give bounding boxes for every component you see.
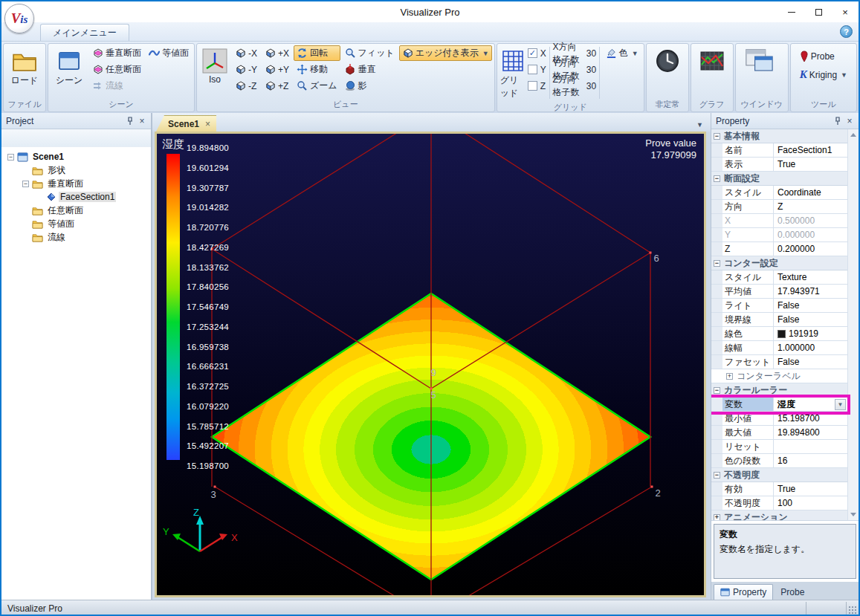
tab-main-menu[interactable]: メインメニュー bbox=[40, 24, 129, 41]
chevron-down-icon[interactable]: ▼ bbox=[696, 121, 703, 129]
close-icon[interactable]: × bbox=[205, 119, 210, 129]
view-pos-z-button[interactable]: +Z bbox=[262, 78, 292, 94]
chevron-down-icon[interactable]: ▼ bbox=[835, 399, 846, 410]
shadow-button[interactable]: 影 bbox=[342, 78, 398, 94]
grid-z-count-field[interactable]: 30 bbox=[586, 81, 596, 91]
arbitrary-section-button[interactable]: 任意断面 bbox=[89, 62, 144, 77]
close-button[interactable]: × bbox=[832, 1, 859, 22]
chevron-down-icon[interactable]: ▼ bbox=[482, 50, 489, 57]
tree-item-Scene1[interactable]: −Scene1 bbox=[1, 150, 151, 163]
property-value[interactable]: 16 bbox=[774, 454, 847, 467]
fit-button[interactable]: フィット bbox=[342, 45, 398, 61]
property-value[interactable]: 15.198700 bbox=[774, 412, 847, 425]
property-category[interactable]: −断面設定 bbox=[711, 172, 847, 186]
close-icon[interactable]: × bbox=[844, 115, 856, 127]
view-pos-y-button[interactable]: +Y bbox=[262, 62, 292, 77]
view-pos-x-button[interactable]: +X bbox=[262, 45, 292, 61]
property-value[interactable]: 0.500000 bbox=[774, 214, 847, 227]
tree-item-垂直断面[interactable]: −垂直断面 bbox=[1, 177, 151, 190]
tree-expander[interactable]: − bbox=[22, 181, 29, 187]
grid-x-count-field[interactable]: 30 bbox=[586, 48, 596, 59]
grid-z-checkbox[interactable] bbox=[528, 81, 537, 91]
property-value[interactable]: 100 bbox=[774, 496, 847, 510]
property-value[interactable]: 湿度▼ bbox=[774, 398, 847, 411]
property-category[interactable]: −カラールーラー bbox=[711, 383, 847, 398]
vertical-view-button[interactable]: 垂直 bbox=[342, 62, 398, 77]
vertical-section-button[interactable]: 垂直断面 bbox=[89, 45, 144, 61]
iso-view-button[interactable]: Iso bbox=[199, 45, 230, 85]
load-button[interactable]: ロード bbox=[6, 45, 43, 88]
property-value[interactable]: True bbox=[774, 482, 847, 496]
pin-icon[interactable] bbox=[124, 115, 136, 127]
category-expander[interactable]: − bbox=[714, 133, 720, 140]
pin-icon[interactable] bbox=[832, 115, 844, 127]
window-layout-button[interactable] bbox=[738, 45, 786, 75]
property-subcategory[interactable]: +コンターラベル bbox=[711, 369, 847, 383]
property-value[interactable]: False bbox=[774, 355, 847, 369]
graph-button[interactable] bbox=[694, 45, 731, 75]
grid-color-button[interactable]: 色 ▼ bbox=[603, 45, 641, 61]
transient-button[interactable] bbox=[649, 45, 686, 75]
maximize-button[interactable] bbox=[805, 1, 832, 22]
property-value[interactable]: Z bbox=[774, 200, 847, 213]
tab-probe[interactable]: Probe bbox=[775, 584, 810, 600]
tab-property[interactable]: Property bbox=[714, 584, 773, 600]
edged-display-button[interactable]: エッジ付き表示 ▼ bbox=[399, 45, 492, 61]
property-value[interactable]: 1.000000 bbox=[774, 341, 847, 354]
property-value[interactable]: 191919 bbox=[774, 327, 847, 340]
scroll-down-button[interactable] bbox=[848, 509, 859, 520]
kriging-button[interactable]: K Kriging ▼ bbox=[797, 67, 850, 82]
isosurface-button[interactable]: 等値面 bbox=[146, 45, 192, 61]
property-value[interactable]: False bbox=[774, 313, 847, 326]
zoom-button[interactable]: ズーム bbox=[294, 78, 340, 94]
app-logo[interactable]: Vis bbox=[4, 4, 34, 33]
property-value[interactable]: 17.943971 bbox=[774, 285, 847, 298]
property-value[interactable]: True bbox=[774, 158, 847, 171]
property-scrollbar[interactable] bbox=[847, 129, 859, 520]
property-value[interactable]: 0.000000 bbox=[774, 228, 847, 241]
property-value[interactable]: 0.200000 bbox=[774, 242, 847, 256]
grid-x-checkbox[interactable]: ✓ bbox=[528, 48, 537, 58]
property-category[interactable]: −不透明度 bbox=[711, 468, 847, 482]
view-neg-x-button[interactable]: -X bbox=[232, 45, 260, 61]
rotate-button[interactable]: 回転 bbox=[294, 45, 340, 61]
category-expander[interactable]: + bbox=[714, 514, 720, 521]
property-value[interactable] bbox=[774, 440, 847, 453]
close-icon[interactable]: × bbox=[136, 115, 148, 127]
category-expander[interactable]: − bbox=[714, 472, 720, 479]
3d-scene[interactable]: 6 2 3 9 5 Z Y bbox=[157, 134, 705, 597]
tree-item-流線[interactable]: 流線 bbox=[1, 230, 151, 244]
tree-item-FaceSection1[interactable]: FaceSection1 bbox=[1, 190, 151, 204]
category-expander[interactable]: − bbox=[714, 260, 720, 267]
view-neg-z-button[interactable]: -Z bbox=[232, 78, 260, 94]
scroll-up-button[interactable] bbox=[848, 129, 859, 140]
grid-button[interactable]: グリッド bbox=[499, 45, 526, 100]
grid-y-checkbox[interactable] bbox=[528, 65, 537, 74]
grid-y-count-field[interactable]: 30 bbox=[586, 65, 596, 75]
tree-expander[interactable]: − bbox=[7, 154, 14, 161]
category-expander[interactable]: − bbox=[714, 175, 720, 182]
help-icon[interactable]: ? bbox=[840, 25, 853, 38]
property-value[interactable]: False bbox=[774, 299, 847, 312]
streamline-button[interactable]: 流線 bbox=[89, 78, 144, 94]
minimize-button[interactable] bbox=[778, 1, 805, 22]
probe-button[interactable]: Probe bbox=[797, 48, 838, 64]
3d-viewport[interactable]: 湿度 Prove value 17.979099 19.89480019.601… bbox=[155, 132, 706, 597]
property-category[interactable]: −基本情報 bbox=[711, 129, 847, 143]
property-category[interactable]: +アニメーション bbox=[711, 510, 847, 521]
chevron-down-icon[interactable]: ▼ bbox=[841, 71, 847, 79]
property-value[interactable]: Coordinate bbox=[774, 186, 847, 199]
property-value[interactable]: Texture bbox=[774, 270, 847, 284]
tab-scene1[interactable]: Scene1 × bbox=[156, 115, 216, 132]
property-category[interactable]: −コンター設定 bbox=[711, 256, 847, 270]
resize-grip[interactable] bbox=[848, 606, 857, 615]
subcategory-expander[interactable]: + bbox=[726, 373, 733, 380]
chevron-down-icon[interactable]: ▼ bbox=[632, 50, 638, 57]
scene-button[interactable]: シーン bbox=[51, 45, 88, 88]
move-button[interactable]: 移動 bbox=[294, 62, 340, 77]
tree-item-等値面[interactable]: 等値面 bbox=[1, 217, 151, 230]
tree-item-任意断面[interactable]: 任意断面 bbox=[1, 204, 151, 217]
property-value[interactable]: FaceSection1 bbox=[774, 143, 847, 157]
category-expander[interactable]: − bbox=[714, 387, 720, 394]
property-value[interactable]: 19.894800 bbox=[774, 426, 847, 439]
